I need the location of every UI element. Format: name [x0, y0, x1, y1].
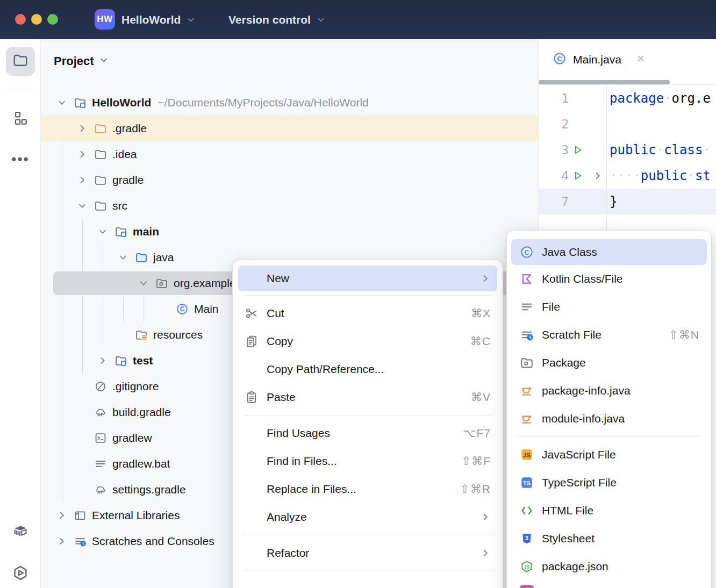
- tab-main-java[interactable]: C Main.java: [553, 39, 646, 80]
- chevron-down-icon: [316, 15, 326, 25]
- tab-scrollbar[interactable]: [539, 80, 670, 84]
- empty-icon-slot: [245, 482, 259, 496]
- menu-item-find-usages[interactable]: Find Usages⌥F7: [233, 419, 503, 447]
- menu-item-label: package.json: [542, 560, 608, 573]
- project-tool-window-button[interactable]: [6, 47, 35, 76]
- tree-row--idea[interactable]: .idea: [41, 141, 538, 167]
- tree-node-label: settings.gradle: [112, 477, 186, 503]
- tree-expand-chevron-icon[interactable]: [77, 149, 88, 160]
- menu-item-cut[interactable]: Cut⌘X: [233, 299, 503, 327]
- svg-text:JS: JS: [524, 564, 530, 570]
- menu-item-find-in-files[interactable]: Find in Files...⇧⌘F: [233, 447, 503, 475]
- menu-item-replace-in-files[interactable]: Replace in Files...⇧⌘R: [233, 475, 503, 503]
- menu-item-package-json[interactable]: JSpackage.json: [507, 553, 711, 580]
- menu-item-copy[interactable]: Copy⌘C: [233, 327, 503, 355]
- menu-item-label: Stylesheet: [542, 532, 595, 545]
- build-tool-window-button[interactable]: [6, 518, 35, 547]
- menu-item-typescript-file[interactable]: TSTypeScript File: [507, 469, 711, 497]
- menu-item-javascript-file[interactable]: JSJavaScript File: [507, 441, 711, 469]
- structure-tool-window-button[interactable]: [6, 105, 35, 134]
- tree-collapse-chevron-icon[interactable]: [77, 200, 88, 211]
- copy-icon: [245, 334, 259, 348]
- editor-line-7[interactable]: 7}: [539, 189, 716, 214]
- tree-node-label: .idea: [112, 141, 137, 167]
- tree-expand-chevron-icon[interactable]: [56, 536, 67, 547]
- menu-item-stylesheet[interactable]: 3Stylesheet: [507, 525, 711, 553]
- menu-item-paste[interactable]: Paste⌘V: [233, 383, 503, 411]
- empty-icon-slot: [245, 271, 259, 285]
- tree-expand-chevron-icon[interactable]: [97, 355, 108, 366]
- fold-chevron-icon[interactable]: [592, 170, 603, 181]
- zoom-window-button[interactable]: [47, 14, 58, 25]
- module-folder-icon: [114, 354, 127, 367]
- java-class-icon: C: [176, 303, 189, 315]
- menu-item-scratch-file[interactable]: Scratch File⇧⌘N: [507, 321, 711, 349]
- tree-expand-chevron-icon[interactable]: [77, 175, 88, 185]
- project-widget-label: HelloWorld: [121, 13, 181, 26]
- run-icon[interactable]: [572, 144, 584, 156]
- menu-item-package-info-java[interactable]: package-info.java: [507, 377, 711, 405]
- editor-tab-bar: C Main.java: [539, 39, 716, 85]
- context-menu: NewCut⌘XCopy⌘CCopy Path/Reference...Past…: [232, 260, 503, 588]
- tree-row-main[interactable]: main: [41, 219, 538, 245]
- tree-collapse-chevron-icon[interactable]: [138, 278, 149, 289]
- scratch-icon: [74, 535, 87, 548]
- minimize-window-button[interactable]: [31, 14, 42, 25]
- tree-row-helloworld[interactable]: HelloWorld~/Documents/MyProjects/Java/He…: [41, 90, 538, 116]
- menu-item-kotlin-class-file[interactable]: Kotlin Class/File: [507, 265, 711, 293]
- tree-row-gradle[interactable]: gradle: [41, 167, 538, 193]
- tree-node-label: java: [153, 245, 174, 270]
- close-icon[interactable]: [635, 53, 646, 66]
- editor-line-4[interactable]: 4····public·st: [539, 163, 716, 189]
- java-cup-icon: [520, 384, 534, 398]
- close-window-button[interactable]: [15, 14, 26, 25]
- submenu-arrow-icon: [480, 273, 491, 284]
- editor-line-2[interactable]: 2: [539, 111, 716, 137]
- tree-row-src[interactable]: src: [41, 193, 538, 219]
- menu-item-label: JavaScript File: [542, 448, 616, 461]
- project-widget[interactable]: HelloWorld: [121, 0, 196, 39]
- cut-icon: [245, 306, 259, 320]
- paste-icon: [245, 390, 259, 404]
- menu-item-module-info-java[interactable]: module-info.java: [507, 405, 711, 433]
- text-file-icon: [94, 457, 107, 470]
- menu-item-label: Java Class: [542, 246, 597, 259]
- run-icon[interactable]: [572, 170, 584, 182]
- svg-text:JS: JS: [523, 452, 531, 458]
- project-panel-header[interactable]: Project: [54, 54, 109, 68]
- tree-expand-chevron-icon[interactable]: [77, 123, 88, 134]
- code-text: ····public·st: [610, 163, 711, 189]
- svg-text:C: C: [180, 305, 185, 313]
- tree-expand-chevron-icon[interactable]: [56, 510, 67, 521]
- menu-item-package[interactable]: Package: [507, 349, 711, 377]
- editor-line-1[interactable]: 1package·org.e: [539, 85, 716, 111]
- menu-item-new[interactable]: New: [238, 266, 497, 291]
- menu-item-refactor[interactable]: Refactor: [233, 539, 503, 567]
- menu-item-copy-path-reference[interactable]: Copy Path/Reference...: [233, 355, 503, 383]
- menu-item-analyze[interactable]: Analyze: [233, 503, 503, 531]
- chevron-down-icon: [186, 15, 196, 25]
- menu-item-html-file[interactable]: HTML File: [507, 497, 711, 525]
- tree-node-label: .gradle: [112, 116, 147, 141]
- services-tool-window-button[interactable]: [6, 560, 35, 588]
- menu-item-java-class[interactable]: CJava Class: [511, 239, 707, 265]
- line-number: 4: [539, 163, 569, 189]
- tree-row--gradle[interactable]: .gradle: [41, 116, 538, 141]
- scratch-icon: [520, 328, 534, 342]
- empty-icon-slot: [245, 546, 259, 560]
- services-icon: [12, 564, 29, 584]
- vcs-widget[interactable]: Version control: [228, 0, 326, 39]
- tree-collapse-chevron-icon[interactable]: [97, 226, 108, 237]
- submenu-arrow-icon: [480, 512, 491, 522]
- tree-collapse-chevron-icon[interactable]: [56, 97, 67, 108]
- menu-divider: [244, 295, 492, 296]
- tree-node-label: main: [133, 219, 159, 245]
- ide-window: HW HelloWorld Version control •••: [0, 0, 716, 588]
- ts-badge-icon: TS: [520, 476, 534, 490]
- more-tool-windows-button[interactable]: •••: [6, 145, 35, 174]
- tree-collapse-chevron-icon[interactable]: [118, 252, 128, 263]
- editor-line-3[interactable]: 3public·class·: [539, 137, 716, 163]
- tool-window-rail: •••: [0, 39, 41, 588]
- libraries-icon: [74, 509, 87, 522]
- menu-item-file[interactable]: File: [507, 293, 711, 321]
